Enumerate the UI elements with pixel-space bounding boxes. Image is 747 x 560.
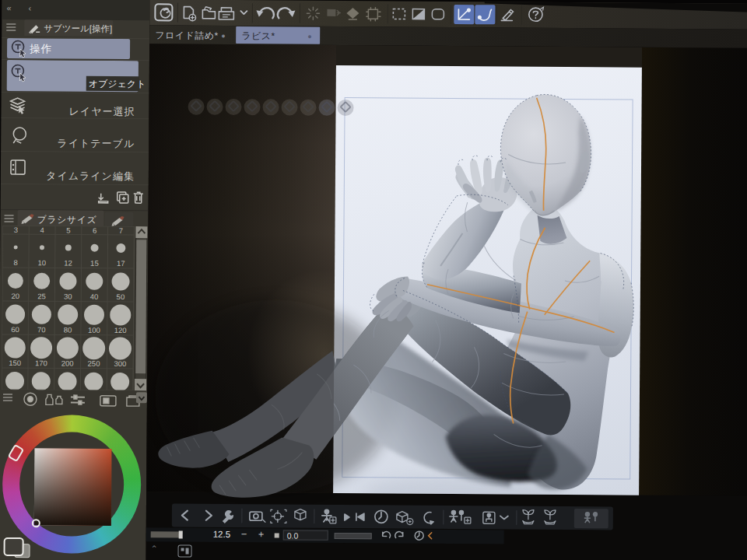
svg-text:60: 60 bbox=[11, 325, 19, 334]
svg-text:6: 6 bbox=[93, 226, 96, 235]
svg-text:150: 150 bbox=[9, 359, 21, 367]
svg-text:30: 30 bbox=[64, 292, 72, 300]
svg-text:100: 100 bbox=[88, 326, 100, 334]
svg-text:15: 15 bbox=[90, 259, 99, 268]
svg-text:80: 80 bbox=[64, 325, 72, 334]
svg-text:40: 40 bbox=[90, 292, 99, 301]
svg-text:20: 20 bbox=[11, 292, 19, 300]
svg-text:4: 4 bbox=[40, 226, 44, 234]
svg-text:12: 12 bbox=[64, 258, 72, 267]
svg-text:3: 3 bbox=[14, 226, 18, 234]
svg-text:7: 7 bbox=[119, 226, 123, 235]
svg-text:200: 200 bbox=[61, 359, 74, 367]
svg-text:8: 8 bbox=[13, 258, 17, 267]
svg-text:10: 10 bbox=[38, 258, 47, 267]
svg-text:50: 50 bbox=[117, 292, 125, 301]
svg-text:170: 170 bbox=[35, 359, 47, 367]
svg-text:120: 120 bbox=[114, 326, 127, 334]
svg-text:25: 25 bbox=[37, 292, 46, 300]
svg-text:300: 300 bbox=[114, 359, 126, 368]
svg-text:250: 250 bbox=[88, 359, 100, 368]
svg-text:17: 17 bbox=[117, 259, 125, 268]
svg-text:70: 70 bbox=[37, 325, 46, 334]
svg-text:5: 5 bbox=[66, 226, 70, 234]
